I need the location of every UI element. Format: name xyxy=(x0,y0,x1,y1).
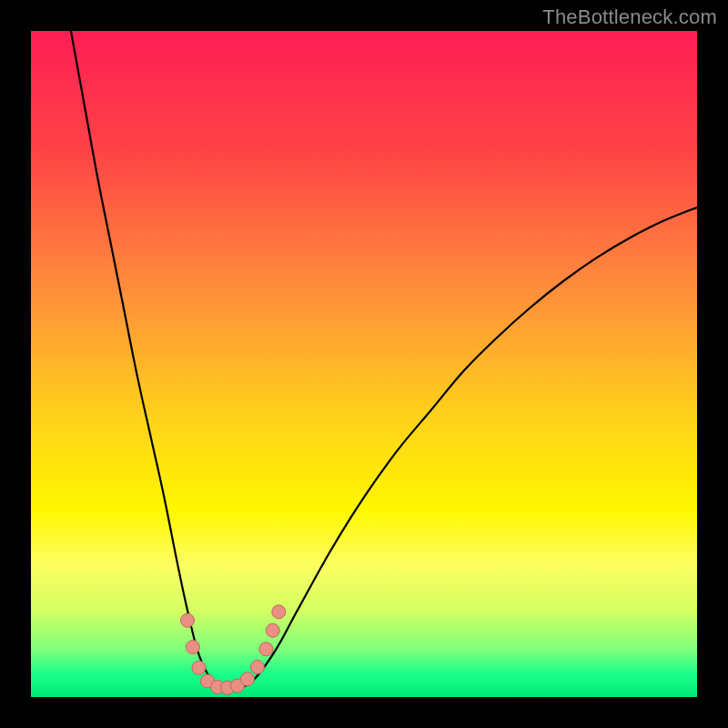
data-marker xyxy=(192,661,206,674)
data-marker xyxy=(186,641,199,654)
curve-markers xyxy=(181,605,286,694)
bottleneck-curve xyxy=(71,31,697,688)
data-marker xyxy=(240,672,254,686)
curve-layer xyxy=(31,31,697,697)
data-marker xyxy=(181,613,195,627)
plot-area xyxy=(31,31,697,697)
chart-frame: TheBottleneck.com xyxy=(0,0,728,728)
data-marker xyxy=(272,605,286,619)
data-marker xyxy=(259,642,273,656)
watermark-text: TheBottleneck.com xyxy=(542,5,717,29)
data-marker xyxy=(250,661,264,674)
data-marker xyxy=(266,623,279,637)
